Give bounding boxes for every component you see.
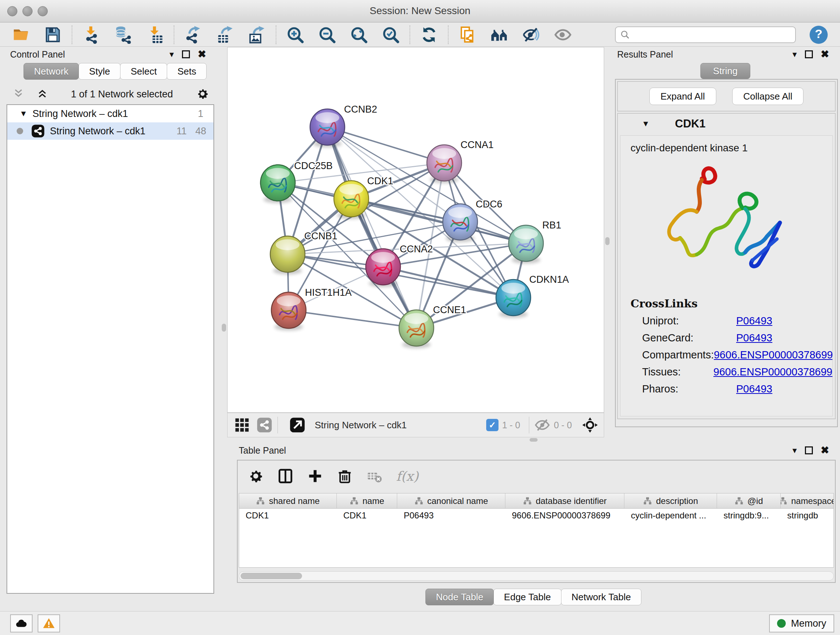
cell-database-identifier[interactable]: 9606.ENSP00000378699 (505, 509, 624, 523)
tab-node-table[interactable]: Node Table (425, 589, 494, 605)
table-options-gear-icon[interactable] (248, 468, 264, 484)
function-builder-icon[interactable]: f(x) (396, 469, 418, 484)
memory-button[interactable]: Memory (769, 614, 834, 632)
panel-close-icon[interactable]: ✖ (198, 49, 206, 59)
table-panel-title: Table Panel (239, 445, 286, 456)
column-header-description[interactable]: description (624, 494, 717, 508)
network-edge[interactable] (383, 267, 513, 298)
cell-name[interactable]: CDK1 (337, 509, 397, 523)
cell-id[interactable]: stringdb:9... (717, 509, 781, 523)
horizontal-splitter-handle[interactable] (530, 438, 538, 442)
search-input[interactable] (633, 29, 791, 40)
string-style-icon[interactable] (256, 417, 272, 433)
save-session-button[interactable] (37, 24, 69, 45)
zoom-out-button[interactable] (311, 24, 343, 45)
tab-network[interactable]: Network (24, 63, 79, 80)
network-node-CDKN1A[interactable]: CDKN1A (496, 274, 569, 318)
network-collection-row[interactable]: ▼ String Network – cdk1 1 (7, 105, 213, 122)
export-image-button[interactable] (241, 24, 273, 45)
panel-float-icon[interactable] (182, 50, 190, 58)
tab-select[interactable]: Select (120, 63, 167, 80)
crosslink-link[interactable]: P06493 (736, 315, 772, 327)
cell-namespace[interactable]: stringdb (781, 509, 834, 523)
import-table-button[interactable] (139, 24, 171, 45)
network-node-CCNA1[interactable]: CCNA1 (427, 139, 494, 183)
crosslink-link[interactable]: P06493 (736, 383, 772, 395)
first-neighbors-button[interactable] (483, 24, 515, 45)
network-node-RB1[interactable]: RB1 (508, 220, 561, 264)
warnings-button[interactable] (38, 614, 60, 632)
column-header-id[interactable]: @id (717, 494, 781, 508)
network-canvas[interactable]: CCNB2CCNA1CDC25BCDK1CDC6RB1CCNB1CCNA2CDK… (227, 48, 604, 412)
table-horizontal-scrollbar[interactable] (239, 571, 834, 581)
tab-style[interactable]: Style (79, 63, 120, 80)
panel-float-icon[interactable] (805, 447, 813, 454)
birds-eye-view-icon[interactable] (234, 417, 250, 433)
node-details-header[interactable]: ▼ CDK1 (618, 114, 835, 134)
tab-edge-table[interactable]: Edge Table (493, 589, 561, 605)
fit-content-crosshair-icon[interactable] (582, 417, 598, 433)
copy-network-button[interactable] (452, 24, 483, 45)
tab-sets[interactable]: Sets (167, 63, 207, 80)
collapse-all-button[interactable]: Collapse All (732, 88, 804, 105)
network-node-CCNB2[interactable]: CCNB2 (310, 104, 377, 147)
delete-table-icon[interactable] (366, 468, 382, 484)
panel-collapse-icon[interactable]: ▾ (792, 446, 797, 455)
network-view[interactable]: CCNB2CCNA1CDC25BCDK1CDC6RB1CCNB1CCNA2CDK… (227, 47, 604, 413)
column-header-canonical-name[interactable]: canonical name (397, 494, 505, 508)
crosslink-link[interactable]: P06493 (736, 332, 772, 344)
hide-selected-button[interactable] (515, 24, 547, 45)
network-edge[interactable] (327, 127, 444, 163)
delete-column-icon[interactable] (337, 468, 353, 484)
import-network-database-button[interactable] (107, 24, 139, 45)
panel-close-icon[interactable]: ✖ (821, 445, 829, 455)
zoom-selected-button[interactable] (375, 24, 407, 45)
column-header-database-identifier[interactable]: database identifier (505, 494, 624, 508)
network-row[interactable]: String Network – cdk1 11 48 (7, 122, 213, 140)
tab-network-table[interactable]: Network Table (561, 589, 641, 605)
expand-all-button[interactable]: Expand All (649, 88, 716, 105)
open-session-button[interactable] (5, 24, 37, 45)
export-table-button[interactable] (209, 24, 241, 45)
selected-checkbox-icon[interactable]: ✓ (486, 419, 499, 431)
panel-close-icon[interactable]: ✖ (821, 49, 829, 59)
panel-collapse-icon[interactable]: ▾ (169, 50, 174, 59)
panel-collapse-icon[interactable]: ▾ (792, 50, 797, 59)
scrollbar-thumb[interactable] (240, 573, 302, 579)
network-node-CCNE1[interactable]: CCNE1 (399, 304, 466, 348)
column-header-shared-name[interactable]: shared name (239, 494, 337, 508)
zoom-fit-button[interactable] (343, 24, 375, 45)
cell-shared-name[interactable]: CDK1 (239, 509, 337, 523)
cell-description[interactable]: cyclin-dependent ... (624, 509, 717, 523)
panel-float-icon[interactable] (805, 50, 813, 58)
network-node-HIST1H1A[interactable]: HIST1H1A (271, 287, 352, 331)
column-header-name[interactable]: name (337, 494, 397, 508)
crosslink-link[interactable]: 9606.ENSP00000378699 (714, 366, 832, 378)
right-splitter-handle[interactable] (605, 237, 609, 245)
collapse-all-networks-icon[interactable] (13, 88, 24, 100)
collection-expand-icon[interactable]: ▼ (19, 109, 27, 119)
show-all-button[interactable] (547, 24, 579, 45)
table-row[interactable]: CDK1 CDK1 P06493 9606.ENSP00000378699 cy… (239, 509, 834, 523)
results-panel-controls: ▾ ✖ (792, 49, 829, 59)
refresh-button[interactable] (413, 24, 445, 45)
import-network-file-button[interactable] (75, 24, 107, 45)
select-columns-icon[interactable] (278, 468, 294, 484)
expand-all-networks-icon[interactable] (37, 88, 48, 100)
export-network-button[interactable] (177, 24, 209, 45)
node-gloss (316, 112, 339, 123)
left-splitter-handle[interactable] (222, 324, 226, 332)
zoom-in-button[interactable] (279, 24, 311, 45)
cloud-status-button[interactable] (10, 614, 33, 632)
network-node-CDC25B[interactable]: CDC25B (261, 160, 333, 203)
entry-expand-icon[interactable]: ▼ (642, 119, 650, 128)
crosslink-link[interactable]: 9606.ENSP00000378699 (714, 349, 833, 361)
network-edge[interactable] (289, 310, 416, 328)
help-button[interactable]: ? (810, 26, 828, 44)
open-in-browser-icon[interactable] (289, 417, 305, 433)
network-options-gear-icon[interactable] (196, 87, 209, 101)
add-column-icon[interactable] (307, 468, 323, 484)
tab-string[interactable]: String (700, 63, 750, 79)
cell-canonical-name[interactable]: P06493 (397, 509, 505, 523)
column-header-namespace[interactable]: namespace (781, 494, 834, 508)
